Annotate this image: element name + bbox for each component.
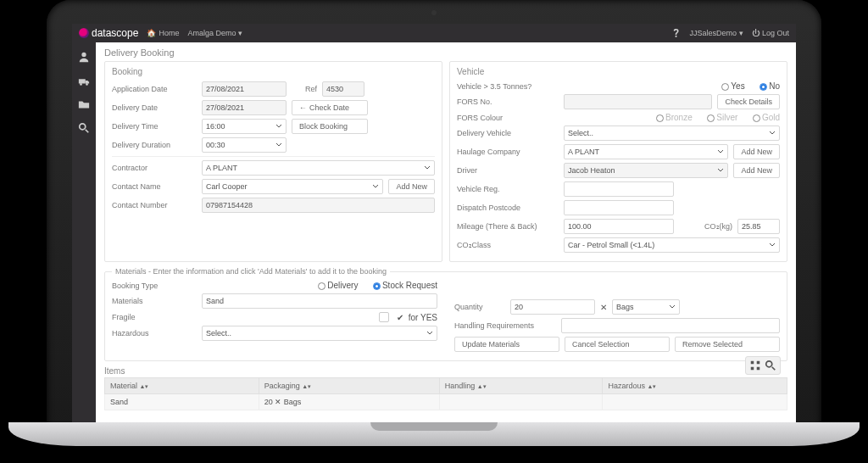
delivery-vehicle-select[interactable]: Select.. [564, 126, 780, 141]
col-packaging[interactable]: Packaging ▲▾ [259, 378, 439, 394]
col-handling[interactable]: Handling ▲▾ [439, 378, 603, 394]
quantity-input[interactable] [510, 299, 595, 315]
add-new-driver-button[interactable]: Add New [733, 163, 780, 178]
cancel-selection-button[interactable]: Cancel Selection [565, 337, 670, 352]
postcode-label: Dispatch Postcode [457, 204, 559, 212]
over35-label: Vehicle > 3.5 Tonnes? [457, 82, 559, 91]
haulage-label: Haulage Company [457, 148, 559, 156]
over35-yes-radio[interactable]: Yes [721, 81, 744, 91]
mileage-input[interactable] [564, 219, 674, 234]
update-materials-button[interactable]: Update Materials [454, 337, 559, 352]
vehicle-panel: Vehicle Vehicle > 3.5 Tonnes? Yes No FOR… [449, 61, 787, 262]
delivery-vehicle-label: Delivery Vehicle [457, 129, 559, 137]
reg-input[interactable] [564, 181, 674, 197]
booking-panel: Booking Application Date Ref Delivery Da… [104, 61, 442, 262]
help-icon[interactable]: ❔ [671, 29, 681, 37]
delivery-radio[interactable]: Delivery [318, 281, 358, 290]
quantity-label: Quantity [454, 303, 505, 311]
svg-rect-6 [757, 361, 760, 365]
materials-panel: Materials - Enter the information and cl… [104, 267, 787, 361]
remove-selected-button[interactable]: Remove Selected [675, 337, 780, 352]
search-icon[interactable] [78, 122, 90, 134]
reg-label: Vehicle Reg. [457, 185, 559, 193]
search-float-icon[interactable] [765, 360, 776, 371]
laptop-base [8, 422, 860, 446]
materials-input[interactable] [202, 293, 437, 309]
hazardous-label: Hazardous [112, 329, 197, 337]
unit-select[interactable]: Bags [612, 299, 680, 315]
logo-icon [79, 28, 89, 38]
fors-bronze-radio[interactable]: Bronze [656, 113, 693, 122]
nav-user[interactable]: JJSalesDemo ▾ [689, 29, 743, 37]
postcode-input[interactable] [564, 200, 674, 215]
col-material[interactable]: Material ▲▾ [105, 378, 259, 394]
svg-point-2 [80, 83, 82, 86]
materials-label: Materials [112, 297, 197, 305]
table-row[interactable]: Sand 20 ✕ Bags [105, 394, 787, 410]
co2-label: CO₂(kg) [704, 222, 732, 231]
svg-rect-1 [79, 79, 86, 83]
stock-radio[interactable]: Stock Request [373, 281, 437, 290]
fragile-label: Fragile [112, 313, 197, 321]
check-details-button[interactable]: Check Details [717, 94, 780, 109]
add-new-contact-button[interactable]: Add New [388, 179, 435, 194]
folder-icon[interactable] [78, 98, 90, 110]
person-icon[interactable] [78, 51, 90, 63]
grid-icon[interactable] [749, 360, 761, 371]
check-date-button[interactable]: ← Check Date [292, 100, 368, 115]
svg-rect-7 [751, 367, 754, 371]
booking-heading: Booking [112, 67, 435, 76]
svg-point-9 [766, 361, 772, 367]
del-date-label: Delivery Date [112, 103, 197, 112]
items-heading: Items [104, 366, 787, 376]
ref-input[interactable] [322, 81, 364, 97]
block-booking-button[interactable]: Block Booking [292, 119, 368, 134]
del-time-select[interactable]: 16:00 [202, 119, 287, 134]
cell-handling [439, 394, 603, 410]
materials-legend: Materials - Enter the information and cl… [112, 267, 390, 276]
brand-text: datascope [92, 27, 138, 39]
co2class-select[interactable]: Car - Petrol Small (<1.4L) [564, 237, 780, 253]
fors-no-label: FORS No. [457, 98, 559, 106]
svg-point-0 [81, 53, 86, 57]
driver-select[interactable]: Jacob Heaton [564, 163, 728, 178]
delivery-icon[interactable] [78, 75, 90, 86]
fors-no-input[interactable] [564, 94, 712, 109]
for-yes-text: for YES [409, 313, 437, 322]
duration-label: Delivery Duration [112, 141, 197, 149]
contractor-label: Contractor [112, 164, 197, 172]
contractor-select[interactable]: A PLANT [202, 160, 435, 176]
del-date-input[interactable] [202, 100, 287, 115]
contact-select[interactable]: Carl Cooper [202, 179, 383, 194]
nav-project[interactable]: Amalga Demo ▾ [187, 29, 242, 37]
svg-rect-8 [757, 367, 760, 371]
driver-label: Driver [457, 166, 559, 175]
app-date-input[interactable] [202, 81, 287, 97]
fragile-checkbox[interactable] [379, 312, 389, 322]
co2-input[interactable] [737, 219, 780, 234]
add-new-haulage-button[interactable]: Add New [733, 144, 780, 159]
handling-input[interactable] [561, 318, 780, 333]
logout-link[interactable]: ⏻ Log Out [752, 29, 789, 37]
cell-packaging: 20 ✕ Bags [259, 394, 439, 410]
fors-colour-label: FORS Colour [457, 114, 559, 122]
hazardous-select[interactable]: Select.. [202, 326, 437, 341]
duration-select[interactable]: 00:30 [202, 137, 287, 153]
co2class-label: CO₂Class [457, 241, 559, 249]
over35-no-radio[interactable]: No [760, 81, 780, 91]
page-title: Delivery Booking [104, 47, 787, 58]
phone-input[interactable] [202, 198, 435, 213]
float-toolbar [745, 356, 781, 375]
nav-home[interactable]: 🏠 Home [147, 29, 179, 37]
clear-qty-icon[interactable]: ✕ [600, 303, 607, 312]
haulage-select[interactable]: A PLANT [564, 144, 728, 159]
booking-type-label: Booking Type [112, 282, 197, 290]
svg-point-4 [80, 124, 86, 130]
fors-silver-radio[interactable]: Silver [707, 113, 737, 122]
col-hazardous[interactable]: Hazardous ▲▾ [603, 378, 787, 394]
sidebar [72, 42, 96, 422]
contact-label: Contact Name [112, 182, 197, 191]
fors-gold-radio[interactable]: Gold [753, 113, 780, 122]
del-time-label: Delivery Time [112, 122, 197, 131]
cell-hazardous [603, 394, 787, 410]
